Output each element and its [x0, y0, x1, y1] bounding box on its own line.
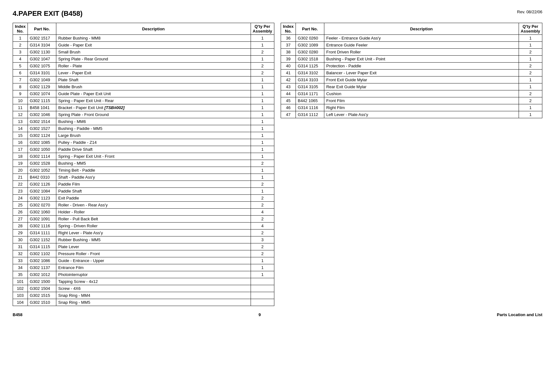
- partno-cell: G314 1171: [296, 90, 324, 97]
- index-cell: 46: [281, 104, 296, 111]
- qty-cell: 1: [251, 125, 274, 132]
- table-row: 2G314 3104Guide - Paper Exit1: [13, 42, 274, 49]
- index-cell: 20: [13, 167, 28, 174]
- qty-cell: 1: [251, 132, 274, 139]
- table-row: 104G302 1510Snap Ring - MM5: [13, 299, 274, 306]
- desc-cell: Timing Belt - Paddle: [56, 167, 251, 174]
- partno-cell: G302 1130: [28, 49, 56, 56]
- desc-cell: Guide - Paper Exit: [56, 42, 251, 49]
- table-row: 31G314 1115Plate Lever2: [13, 243, 274, 250]
- desc-cell: Pressure Roller - Front: [56, 250, 251, 257]
- qty-cell: 2: [519, 49, 542, 56]
- table-row: 46G314 1116Right Film1: [281, 104, 542, 111]
- index-cell: 30: [13, 236, 28, 243]
- desc-cell: Photointerruptor: [56, 271, 251, 278]
- desc-cell: Front Exit Guide Mylar: [324, 77, 519, 83]
- qty-cell: 2: [251, 216, 274, 223]
- table-row: 17G302 1050Paddle Drive Shaft1: [13, 146, 274, 153]
- qty-cell: [251, 299, 274, 306]
- qty-cell: 1: [251, 90, 274, 97]
- index-cell: 25: [13, 202, 28, 209]
- partno-cell: G302 1046: [28, 111, 56, 118]
- desc-cell: Lever - Paper Exit: [56, 70, 251, 77]
- qty-cell: 2: [519, 97, 542, 104]
- tables-wrapper: IndexNo. Part No. Description Q'ty PerAs…: [13, 23, 542, 306]
- qty-cell: 1: [251, 35, 274, 42]
- qty-cell: 1: [251, 77, 274, 83]
- partno-cell: G302 1052: [28, 167, 56, 174]
- partno-cell: G302 1102: [28, 250, 56, 257]
- table-row: 13G302 1514Bushing - MM61: [13, 118, 274, 125]
- qty-cell: 2: [519, 63, 542, 70]
- table-row: 24G302 1123Exit Paddle2: [13, 195, 274, 202]
- footer-section: Parts Location and List: [497, 312, 542, 317]
- qty-cell: 2: [251, 202, 274, 209]
- partno-cell: G314 3104: [28, 42, 56, 49]
- partno-cell: G302 1085: [28, 139, 56, 146]
- partno-cell: G314 3105: [296, 83, 324, 90]
- qty-cell: 2: [251, 181, 274, 188]
- partno-cell: G314 1111: [28, 230, 56, 236]
- table-row: 11B458 1041Bracket - Paper Exit Unit [TS…: [13, 104, 274, 111]
- desc-cell: Spring - Paper Exit Unit - Front: [56, 153, 251, 160]
- footer-model: B458: [13, 312, 22, 317]
- qty-cell: 2: [251, 160, 274, 167]
- col-desc-right: Description: [324, 23, 519, 35]
- table-row: 16G302 1085Pulley - Paddle - Z141: [13, 139, 274, 146]
- desc-cell: Bushing - MM5: [56, 160, 251, 167]
- table-row: 26G302 1060Holder - Roller4: [13, 209, 274, 216]
- desc-cell: Spring Plate - Rear Ground: [56, 56, 251, 63]
- desc-cell: Exit Paddle: [56, 195, 251, 202]
- col-qty-right: Q'ty PerAssembly: [519, 23, 542, 35]
- qty-cell: 1: [251, 264, 274, 271]
- page-footer: B458 9 Parts Location and List: [13, 312, 542, 317]
- index-cell: 36: [281, 35, 296, 42]
- desc-cell: Entrance Film: [56, 264, 251, 271]
- desc-cell: Bushing - MM6: [56, 118, 251, 125]
- col-index-right: IndexNo.: [281, 23, 296, 35]
- index-cell: 39: [281, 56, 296, 63]
- partno-cell: G302 1116: [28, 223, 56, 230]
- index-cell: 19: [13, 160, 28, 167]
- desc-cell: Roller - Plate: [56, 63, 251, 70]
- desc-cell: Snap Ring - MM5: [56, 299, 251, 306]
- index-cell: 4: [13, 56, 28, 63]
- desc-cell: Roller - Driven - Rear Ass'y: [56, 202, 251, 209]
- partno-cell: G314 3103: [296, 77, 324, 83]
- desc-cell: Bushing - Paddle - MM5: [56, 125, 251, 132]
- index-cell: 9: [13, 90, 28, 97]
- desc-cell: Snap Ring - MM4: [56, 292, 251, 299]
- table-row: 14G302 1527Bushing - Paddle - MM51: [13, 125, 274, 132]
- table-row: 36G302 0260Feeler - Entrance Guide Ass'y…: [281, 35, 542, 42]
- desc-cell: Feeler - Entrance Guide Ass'y: [324, 35, 519, 42]
- table-row: 18G302 1114Spring - Paper Exit Unit - Fr…: [13, 153, 274, 160]
- desc-cell: Protection - Paddle: [324, 63, 519, 70]
- partno-cell: G302 1091: [28, 216, 56, 223]
- partno-cell: G302 1050: [28, 146, 56, 153]
- table-row: 38G302 0280Front Driven Roller2: [281, 49, 542, 56]
- table-row: 22G302 1126Paddle Film2: [13, 181, 274, 188]
- qty-cell: 1: [251, 104, 274, 111]
- index-cell: 43: [281, 83, 296, 90]
- table-row: 28G302 1116Spring - Driven Roller4: [13, 223, 274, 230]
- partno-cell: G302 1527: [28, 125, 56, 132]
- partno-cell: G302 1084: [28, 188, 56, 195]
- desc-cell: Balancer - Lever Paper Exit: [324, 70, 519, 77]
- index-cell: 3: [13, 49, 28, 56]
- desc-cell: Plate Shaft: [56, 77, 251, 83]
- qty-cell: 1: [251, 139, 274, 146]
- index-cell: 37: [281, 42, 296, 49]
- table-row: 1G302 1517Rubber Bushing - MM81: [13, 35, 274, 42]
- index-cell: 34: [13, 264, 28, 271]
- partno-cell: G302 0280: [296, 49, 324, 56]
- index-cell: 47: [281, 111, 296, 118]
- index-cell: 26: [13, 209, 28, 216]
- table-row: 42G314 3103Front Exit Guide Mylar1: [281, 77, 542, 83]
- col-partno-left: Part No.: [28, 23, 56, 35]
- desc-cell: Holder - Roller: [56, 209, 251, 216]
- desc-cell: Pulley - Paddle - Z14: [56, 139, 251, 146]
- table-row: 25G302 0270Roller - Driven - Rear Ass'y2: [13, 202, 274, 209]
- table-row: 35G302 1012Photointerruptor1: [13, 271, 274, 278]
- index-cell: 31: [13, 243, 28, 250]
- table-row: 7G302 1049Plate Shaft1: [13, 77, 274, 83]
